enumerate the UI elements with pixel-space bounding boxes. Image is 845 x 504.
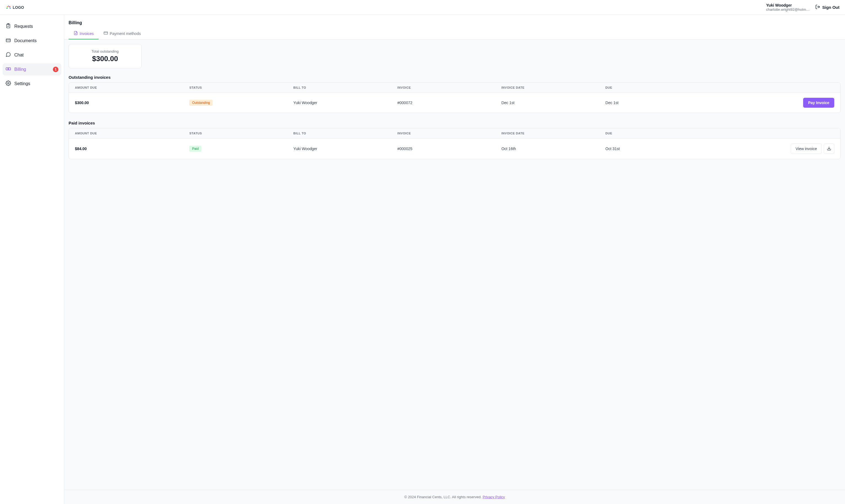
sidebar-item-chat[interactable]: Chat [3,49,61,61]
folder-icon [5,37,11,44]
th-invoice: INVOICE [397,132,502,135]
th-amount: AMOUNT DUE [75,86,189,89]
svg-rect-5 [6,68,11,70]
cell-amount: $300.00 [75,101,189,105]
cell-due: Oct 31st [605,146,709,151]
th-invoice-date: INVOICE DATE [501,132,605,135]
cell-due: Dec 1st [605,101,709,105]
table-row: $300.00 Outstanding Yuki Woodger #000072… [69,93,840,113]
logo[interactable]: LOGO [5,4,24,11]
th-due: DUE [605,132,709,135]
user-block: Yuki Woodger charlotte.wright92@hotm… [766,3,810,12]
cash-icon [5,66,11,73]
sidebar-item-label: Documents [14,38,37,43]
badge: 1 [53,67,58,72]
gear-icon [5,80,11,87]
sidebar-item-settings[interactable]: Settings [3,78,61,90]
outstanding-table: AMOUNT DUE STATUS BILL TO INVOICE INVOIC… [69,82,841,113]
download-icon [827,146,831,151]
logo-text: LOGO [13,5,24,10]
sidebar-item-label: Requests [14,24,33,29]
tab-invoices[interactable]: Invoices [69,28,98,39]
tab-label: Payment methods [110,31,141,36]
page-title: Billing [64,15,845,28]
th-invoice: INVOICE [397,86,502,89]
table-header: AMOUNT DUE STATUS BILL TO INVOICE INVOIC… [69,83,840,93]
sidebar-item-label: Chat [14,53,24,57]
sign-out-icon [815,4,820,10]
clipboard-icon [5,23,11,30]
logo-icon [5,4,12,11]
summary-value: $300.00 [72,55,139,63]
sidebar-item-requests[interactable]: Requests [3,20,61,33]
cell-invoice: #000072 [397,101,502,105]
th-status: STATUS [189,86,293,89]
cell-billto: Yuki Woodger [293,101,397,105]
sign-out-label: Sign Out [823,5,840,10]
svg-rect-3 [6,39,11,42]
cell-status: Outstanding [189,100,293,106]
table-row: $84.00 Paid Yuki Woodger #000025 Oct 16t… [69,139,840,159]
file-icon [74,31,78,36]
paid-table: AMOUNT DUE STATUS BILL TO INVOICE INVOIC… [69,128,841,159]
svg-rect-10 [104,32,108,34]
header: LOGO Yuki Woodger charlotte.wright92@hot… [0,0,845,15]
cell-invoice-date: Oct 16th [501,146,605,151]
tabs: Invoices Payment methods [64,28,845,40]
table-header: AMOUNT DUE STATUS BILL TO INVOICE INVOIC… [69,128,840,139]
sidebar: Requests Documents Chat [0,15,64,504]
download-invoice-button[interactable] [824,143,834,154]
th-invoice-date: INVOICE DATE [501,86,605,89]
privacy-policy-link[interactable]: Privacy Policy [483,495,505,499]
cell-billto: Yuki Woodger [293,146,397,151]
status-badge: Outstanding [189,100,213,106]
tab-label: Invoices [79,31,94,36]
sign-out-button[interactable]: Sign Out [815,4,840,10]
user-name: Yuki Woodger [766,3,810,7]
footer: © 2024 Financial Cents, LLC. All rights … [64,490,845,504]
summary-label: Total outstanding [72,49,139,53]
pay-invoice-button[interactable]: Pay Invoice [803,98,834,108]
cell-status: Paid [189,146,293,152]
cell-invoice: #000025 [397,146,502,151]
cell-amount: $84.00 [75,146,189,151]
svg-point-7 [8,83,9,84]
view-invoice-button[interactable]: View invoice [791,143,822,154]
sidebar-item-documents[interactable]: Documents [3,35,61,47]
chat-icon [5,52,11,58]
status-badge: Paid [189,146,201,152]
sidebar-item-label: Billing [14,67,26,72]
summary-card: Total outstanding $300.00 [69,44,142,68]
section-title-outstanding: Outstanding invoices [69,75,841,79]
credit-card-icon [104,31,108,36]
main: Billing Invoices [64,15,845,504]
footer-copyright: © 2024 Financial Cents, LLC. All rights … [404,495,482,499]
content: Total outstanding $300.00 Outstanding in… [64,40,845,490]
user-email: charlotte.wright92@hotm… [766,7,810,12]
th-due: DUE [605,86,709,89]
svg-point-6 [8,68,9,69]
sidebar-item-label: Settings [14,81,30,86]
th-billto: BILL TO [293,132,397,135]
th-amount: AMOUNT DUE [75,132,189,135]
th-status: STATUS [189,132,293,135]
section-title-paid: Paid invoices [69,121,841,125]
tab-payment-methods[interactable]: Payment methods [98,28,146,39]
th-billto: BILL TO [293,86,397,89]
sidebar-item-billing[interactable]: Billing 1 [3,64,61,75]
cell-invoice-date: Dec 1st [501,101,605,105]
